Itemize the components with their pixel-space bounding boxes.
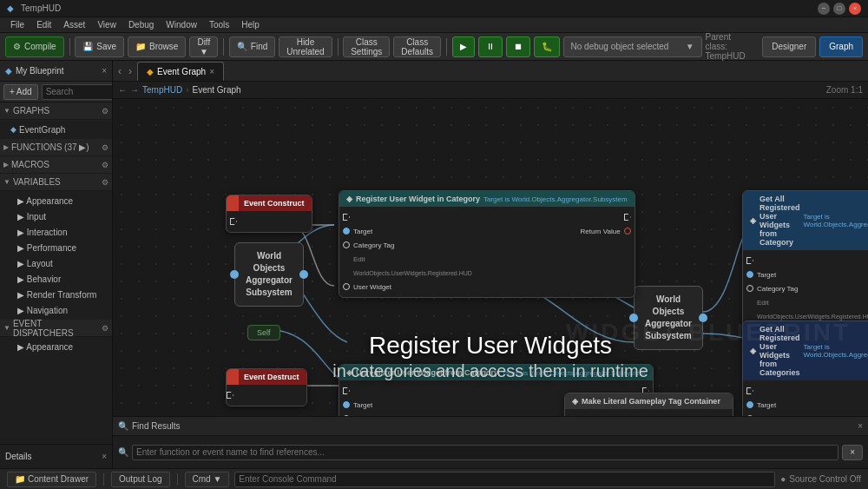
pin-left xyxy=(743,387,753,394)
find-clear-button[interactable]: × xyxy=(842,445,863,460)
title-bar-left: ◆ TempHUD xyxy=(7,3,61,13)
cat-pin xyxy=(343,241,350,248)
graph-button[interactable]: Graph xyxy=(819,36,863,57)
find-button[interactable]: 🔍 Find xyxy=(229,36,275,57)
tab-nav-left[interactable]: ‹ xyxy=(116,65,123,77)
self-label: Self xyxy=(257,328,271,337)
var-render-transform[interactable]: ▶ Render Transform xyxy=(0,287,112,302)
title-bar-icon: ◆ xyxy=(7,3,14,13)
menu-asset[interactable]: Asset xyxy=(58,17,90,33)
tab-nav-right[interactable]: › xyxy=(127,65,134,77)
browse-button[interactable]: 📁 Browse xyxy=(128,36,186,57)
variables-settings-icon[interactable]: ⚙ xyxy=(102,178,108,187)
debug-button[interactable]: 🐛 xyxy=(534,36,560,57)
designer-button[interactable]: Designer xyxy=(762,36,816,57)
center-panel: ‹ › ◆ Event Graph × ← → TempHUD › Event … xyxy=(113,61,868,468)
event-destruct-header: Event Destruct xyxy=(227,369,306,385)
menu-tools[interactable]: Tools xyxy=(204,17,234,33)
breadcrumb-root[interactable]: TempHUD xyxy=(142,85,182,95)
section-header-variables[interactable]: ▼ VARIABLES ⚙ xyxy=(0,174,112,191)
var-input[interactable]: ▶ Input xyxy=(0,208,112,224)
event-construct-node[interactable]: Event Construct xyxy=(226,195,312,233)
stop-button[interactable]: ⏹ xyxy=(506,36,530,57)
graphs-settings-icon[interactable]: ⚙ xyxy=(102,107,108,116)
var-navigation[interactable]: ▶ Navigation xyxy=(0,302,112,318)
pin-left: Target xyxy=(743,401,776,409)
breadcrumb-bar: ← → TempHUD › Event Graph Zoom 1:1 xyxy=(113,82,868,99)
functions-settings-icon[interactable]: ⚙ xyxy=(102,143,108,152)
menu-window[interactable]: Window xyxy=(161,17,202,33)
maximize-button[interactable]: □ xyxy=(833,3,845,15)
return-label: Return Value xyxy=(679,416,719,417)
get-all-2-icon: ◈ xyxy=(750,347,756,355)
minimize-button[interactable]: − xyxy=(818,3,830,15)
my-blueprint-close[interactable]: × xyxy=(102,66,107,76)
find-results-input[interactable] xyxy=(132,445,838,460)
var-interaction[interactable]: ▶ Interaction xyxy=(0,224,112,240)
self-node[interactable]: Self xyxy=(247,325,280,340)
add-button[interactable]: + Add xyxy=(3,84,38,100)
console-command-input[interactable] xyxy=(234,472,775,487)
pin-left: Target xyxy=(743,271,776,279)
step-button[interactable]: ⏸ xyxy=(478,36,503,57)
section-header-event-dispatchers[interactable]: ▼ EVENT DISPATCHERS ⚙ xyxy=(0,320,112,337)
cmd-dropdown-button[interactable]: Cmd ▼ xyxy=(185,472,230,487)
save-button[interactable]: 💾 Save xyxy=(75,36,124,57)
macros-settings-icon[interactable]: ⚙ xyxy=(102,161,108,169)
event-dispatchers-settings-icon[interactable]: ⚙ xyxy=(102,324,108,333)
pin-row-exec xyxy=(743,384,868,398)
make-literal-node[interactable]: ◈ Make Literal Gameplay Tag Container Va… xyxy=(564,393,733,416)
details-close[interactable]: × xyxy=(102,452,107,461)
woa-node-1: WorldObjectsAggregatorSubsystem xyxy=(234,242,304,307)
my-blueprint-header: ◆ My Blueprint × xyxy=(0,61,112,82)
graphs-content: ◆ EventGraph xyxy=(0,120,112,139)
menu-file[interactable]: File xyxy=(5,17,30,33)
event-graph-icon: ◆ xyxy=(10,125,16,134)
var-behavior[interactable]: ▶ Behavior xyxy=(0,271,112,287)
section-header-functions[interactable]: ▶ FUNCTIONS (37 ▶) ⚙ xyxy=(0,139,112,156)
breadcrumb-nav-back[interactable]: ← xyxy=(118,85,127,95)
section-header-macros[interactable]: ▶ MACROS ⚙ xyxy=(0,156,112,174)
class-defaults-button[interactable]: Class Defaults xyxy=(393,36,441,57)
woa-pin-left-1 xyxy=(230,270,239,279)
find-results-close[interactable]: × xyxy=(858,421,863,431)
register-widget-node[interactable]: ◈ Register User Widget in Category Targe… xyxy=(339,190,635,298)
menu-bar: File Edit Asset View Debug Window Tools … xyxy=(0,17,868,33)
compile-button[interactable]: ⚙ Compile xyxy=(5,36,64,57)
make-literal-header: ◈ Make Literal Gameplay Tag Container xyxy=(565,393,733,409)
menu-view[interactable]: View xyxy=(92,17,122,33)
cat-tags-label: Category Tags xyxy=(757,415,801,417)
cat-label: Category Tag xyxy=(353,415,394,417)
target-label: Target xyxy=(757,401,776,409)
dispatcher-appearance[interactable]: ▶ Appearance xyxy=(0,339,112,354)
tab-close-button[interactable]: × xyxy=(209,67,214,76)
breadcrumb-nav-forward[interactable]: → xyxy=(130,85,139,95)
blueprint-search-input[interactable] xyxy=(42,84,113,100)
output-log-button[interactable]: Output Log xyxy=(111,472,169,487)
blueprint-canvas[interactable]: Event Construct Event Destruct xyxy=(113,99,868,416)
exec-out-pin xyxy=(230,218,237,225)
event-destruct-node[interactable]: Event Destruct xyxy=(226,368,307,406)
var-layout[interactable]: ▶ Layout xyxy=(0,255,112,271)
menu-help[interactable]: Help xyxy=(236,17,265,33)
play-button[interactable]: ▶ xyxy=(452,36,475,57)
get-all-registered-2-node[interactable]: ◈ Get All Registered User Widgets from C… xyxy=(742,320,868,416)
close-button[interactable]: × xyxy=(849,3,861,15)
debug-object-dropdown[interactable]: No debug object selected ▼ xyxy=(563,36,702,57)
tab-event-graph[interactable]: ◆ Event Graph × xyxy=(137,62,224,81)
hide-unrelated-button[interactable]: Hide Unrelated xyxy=(279,36,332,57)
class-settings-button[interactable]: Class Settings xyxy=(343,36,390,57)
var-appearance[interactable]: ▶ Appearance xyxy=(0,193,112,208)
var-performance[interactable]: ▶ Performance xyxy=(0,240,112,255)
plus-icon: + xyxy=(10,87,15,96)
pin-row-target: Target User Widgets xyxy=(743,398,868,412)
event-graph-item[interactable]: ◆ EventGraph xyxy=(0,122,112,137)
content-drawer-button[interactable]: 📁 Content Drawer xyxy=(7,472,96,487)
menu-edit[interactable]: Edit xyxy=(31,17,56,33)
macros-section-label: MACROS xyxy=(11,160,49,169)
get-all-registered-1-node[interactable]: ◈ Get All Registered User Widgets from C… xyxy=(742,190,868,341)
section-header-graphs[interactable]: ▼ GRAPHS ⚙ xyxy=(0,102,112,120)
functions-arrow-icon: ▶ xyxy=(3,143,9,151)
menu-debug[interactable]: Debug xyxy=(123,17,159,33)
diff-button[interactable]: Diff ▼ xyxy=(189,36,218,57)
